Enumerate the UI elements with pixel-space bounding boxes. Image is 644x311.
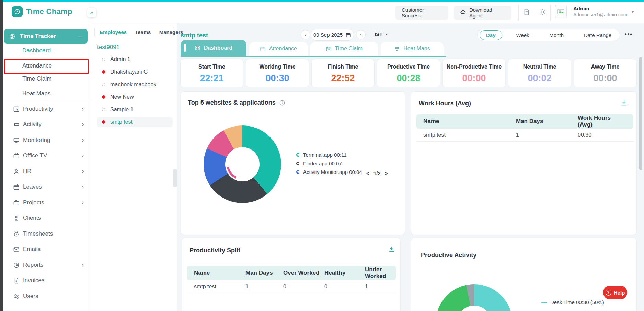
table-cell: 0	[283, 284, 324, 290]
sidebar-item-label: Projects	[23, 199, 77, 206]
table-cell: 00:30	[578, 132, 626, 138]
sidebar-item-timesheets[interactable]: Timesheets	[13, 229, 85, 238]
view-tab-time-claim[interactable]: Time Claim	[310, 42, 378, 56]
download-agent-button[interactable]: Download Agent	[454, 6, 511, 20]
table-row[interactable]: smtp test1001	[187, 280, 396, 293]
productive-activity-legend: Desk Time 00:30 (50%)	[541, 298, 604, 307]
column-header: Man Days	[245, 270, 283, 276]
customer-success-button[interactable]: Customer Success	[395, 6, 448, 20]
stat-value: 22:21	[200, 73, 223, 84]
sidebar-item-invoices[interactable]: Invoices	[13, 276, 85, 285]
stat-value: 00:00	[462, 73, 486, 84]
sidebar-item-time-tracker[interactable]: Time Tracker	[4, 29, 88, 44]
work-hours-card: Work Hours (Avg) NameMan DaysWork Hours …	[411, 91, 637, 235]
timezone-select[interactable]: IST	[375, 31, 389, 37]
date-value: 09 Sep 2025	[313, 32, 343, 38]
chevron-right-icon	[81, 107, 85, 111]
table-cell: 1	[516, 132, 578, 138]
top5-card-title: Top 5 websites & applications	[188, 99, 285, 106]
sidebar-item-projects[interactable]: Projects	[13, 198, 85, 207]
more-options-button[interactable]: •••	[625, 31, 633, 37]
top5-legend: Terminal.app 00:11Finder.app 00:07Activi…	[296, 151, 362, 176]
date-prev-button[interactable]: ‹	[301, 30, 310, 39]
stat-card-productive-time: Productive Time00:28	[377, 59, 440, 87]
mail-icon	[13, 246, 20, 253]
employee-item-sample-1[interactable]: Sample 1	[97, 105, 173, 115]
download-icon[interactable]	[620, 99, 628, 107]
legend-item[interactable]: Activity Monitor.app 00:04	[296, 168, 362, 176]
team-group-label[interactable]: test9091	[97, 44, 119, 51]
sidebar-item-leaves[interactable]: Leaves	[13, 182, 85, 191]
range-tab-day[interactable]: Day	[480, 30, 502, 40]
employee-name: macbook macbook	[110, 82, 156, 88]
avatar[interactable]	[555, 5, 567, 18]
employee-panel-tabs: EmployeesTeamsManagers	[94, 27, 174, 37]
employee-panel-tab-employees[interactable]: Employees	[100, 29, 127, 35]
productive-activity-title: Productive Activity	[421, 252, 476, 259]
pagination-prev-button[interactable]: <	[366, 170, 369, 176]
status-dot	[102, 83, 105, 86]
chevron-right-icon	[81, 154, 85, 158]
sidebar-item-attendance[interactable]: Attendance	[22, 61, 52, 70]
table-row[interactable]: smtp test100:30	[416, 129, 633, 142]
view-tab-heat-maps[interactable]: Heat Maps	[381, 42, 444, 56]
sidebar-item-clients[interactable]: Clients	[13, 214, 85, 223]
employee-item-dhakshayani-g[interactable]: Dhakshayani G	[97, 67, 173, 77]
employee-panel-tab-managers[interactable]: Managers	[159, 29, 183, 35]
table-cell: smtp test	[423, 132, 516, 138]
employee-item-smtp-test[interactable]: smtp test	[97, 117, 173, 127]
employee-item-new-new[interactable]: New New	[97, 92, 173, 102]
sidebar-item-heat-maps[interactable]: Heat Maps	[22, 89, 50, 98]
info-icon[interactable]	[279, 100, 285, 106]
date-next-button[interactable]: ›	[356, 30, 366, 39]
top5-card: Top 5 websites & applications Terminal.a…	[181, 91, 405, 235]
chevron-right-icon	[81, 185, 85, 189]
panel-resize-handle[interactable]	[173, 169, 177, 187]
sidebar-item-hr[interactable]: HR	[13, 167, 85, 176]
legend-item[interactable]: Finder.app 00:07	[296, 159, 362, 168]
download-icon[interactable]	[388, 246, 395, 253]
employee-item-macbook-macbook[interactable]: macbook macbook	[97, 80, 173, 90]
sidebar-item-time-claim[interactable]: Time Claim	[22, 74, 51, 83]
sidebar-item-label: Activity	[23, 121, 77, 128]
sidebar-item-users[interactable]: Users	[13, 292, 85, 301]
sidebar-item-reports[interactable]: Reports	[13, 261, 85, 270]
document-icon[interactable]	[523, 8, 530, 16]
sidebar-item-productivity[interactable]: Productivity	[13, 105, 85, 113]
legend-item[interactable]: Terminal.app 00:11	[296, 151, 362, 159]
column-header: Over Worked	[283, 270, 324, 276]
range-tab-date-range[interactable]: Date Range	[578, 31, 618, 40]
sidebar-item-monitoring[interactable]: Monitoring	[13, 136, 85, 145]
view-tab-attendance[interactable]: Attendance	[249, 42, 308, 56]
gear-icon[interactable]	[539, 8, 547, 16]
employee-name: smtp test	[110, 119, 133, 125]
user-menu-caret-icon[interactable]	[630, 10, 635, 14]
legend-item[interactable]: Desk Time 00:30 (50%)	[541, 298, 604, 307]
page-scrollbar-thumb[interactable]	[639, 57, 642, 170]
range-tab-month[interactable]: Month	[543, 31, 570, 40]
app-window: Time Champ Time Tracker DashboardAttenda…	[0, 0, 644, 311]
sidebar-item-dashboard[interactable]: Dashboard	[22, 46, 51, 55]
table-header-row: NameMan DaysOver WorkedHealthyUnder Work…	[187, 266, 396, 280]
sidebar-collapse-button[interactable]: «	[87, 8, 96, 17]
help-button[interactable]: ? Help	[603, 286, 627, 299]
pagination-next-button[interactable]: >	[385, 170, 388, 176]
stat-value: 00:02	[528, 73, 551, 84]
sidebar-item-label: Office TV	[23, 152, 77, 159]
employee-panel: EmployeesTeamsManagers test9091 Admin 1D…	[89, 23, 177, 311]
view-tab-dashboard[interactable]: Dashboard	[181, 40, 246, 56]
legend-marker-icon	[296, 162, 300, 165]
logo[interactable]: Time Champ	[12, 6, 72, 17]
date-picker[interactable]: 09 Sep 2025	[311, 29, 354, 41]
sidebar-item-activity[interactable]: Activity	[13, 120, 85, 129]
employee-item-admin-1[interactable]: Admin 1	[97, 54, 173, 64]
sidebar-item-office-tv[interactable]: Office TV	[13, 151, 85, 160]
table-header-row: NameMan DaysWork Hours (Avg)	[416, 114, 633, 129]
range-tab-week[interactable]: Week	[510, 31, 535, 40]
download-agent-label: Download Agent	[469, 7, 505, 19]
left-edge-strip	[0, 0, 3, 311]
employee-panel-tab-teams[interactable]: Teams	[135, 29, 151, 35]
sidebar-item-emails[interactable]: Emails	[13, 245, 85, 254]
legend-label: Desk Time 00:30 (50%)	[550, 299, 604, 305]
cloud-download-icon	[460, 10, 466, 16]
